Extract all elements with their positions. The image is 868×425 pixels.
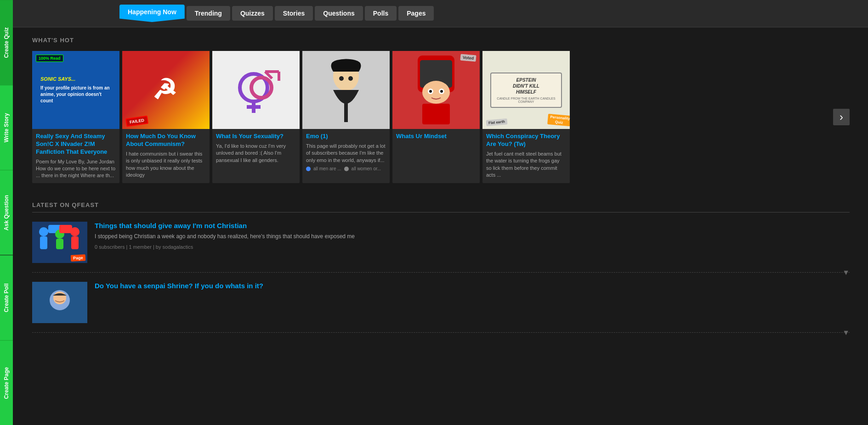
card-title-sonic[interactable]: Really Sexy And Steamy Son!C X INvader Z… (36, 133, 116, 156)
card-desc-sonic: Poem for My Love By, June Jordan How do … (36, 158, 116, 179)
sidebar-btn-create-quiz[interactable]: Create Quiz (0, 0, 13, 85)
svg-rect-19 (422, 104, 450, 124)
poll-dot-gray (344, 167, 349, 171)
failed-badge: FAILED (125, 116, 148, 127)
card-conspiracy[interactable]: EPSTEINDIDN'T KILLHIMSELF CANDLE FROM TH… (482, 51, 570, 183)
card-title-emo[interactable]: Emo (1) (306, 133, 386, 140)
communism-icon: ☭ (148, 72, 184, 108)
card-body-emo: Emo (1) This page will probably not get … (302, 129, 390, 175)
card-img-conspiracy: EPSTEINDIDN'T KILLHIMSELF CANDLE FROM TH… (482, 51, 570, 129)
epstein-text: EPSTEINDIDN'T KILLHIMSELF (495, 77, 558, 95)
tab-pages[interactable]: Pages (398, 6, 434, 21)
top-nav: Happening Now Trending Quizzes Stories Q… (0, 0, 868, 28)
card-img-emo (302, 51, 390, 129)
svg-point-17 (429, 90, 432, 93)
poll-dot-blue (306, 167, 311, 171)
tab-stories[interactable]: Stories (275, 6, 313, 21)
card-title-conspiracy[interactable]: Which Conspiracy Theory Are You? (Tw) (486, 133, 566, 148)
latest-section: LATEST ON QFEAST (32, 201, 850, 333)
carousel-wrapper: SONIC SAYS... If your profile picture is… (32, 51, 850, 183)
card-title-mindset[interactable]: Whats Ur Mindset (396, 133, 476, 140)
poll-label-women: all women or... (352, 166, 381, 171)
latest-thumb-senpai (32, 282, 87, 323)
sonic-text: SONIC SAYS... If your profile picture is… (37, 72, 115, 107)
personality-badge: Personality Quiz (547, 114, 570, 126)
southpark-char (408, 56, 464, 124)
svg-point-9 (339, 76, 344, 81)
scroll-indicator-2: ▼ (842, 329, 850, 337)
sidebar-btn-ask-question[interactable]: Ask Question (0, 170, 13, 255)
latest-item-senpai: Do You have a senpai Shrine? If you do w… (32, 282, 850, 333)
card-sonic[interactable]: SONIC SAYS... If your profile picture is… (32, 51, 119, 183)
card-img-sexuality (212, 51, 300, 129)
card-emo[interactable]: Emo (1) This page will probably not get … (302, 51, 390, 183)
senpai-svg (34, 284, 85, 321)
tab-polls[interactable]: Polls (365, 6, 397, 21)
card-img-communism: ☭ FAILED (122, 51, 210, 129)
read-badge: 100% Read (36, 55, 63, 62)
card-communism[interactable]: ☭ FAILED How Much Do You Know About Comm… (122, 51, 210, 183)
card-desc-emo: This page will probably not get a lot of… (306, 143, 386, 164)
tab-questions[interactable]: Questions (315, 6, 363, 21)
svg-rect-27 (71, 236, 79, 249)
latest-title: LATEST ON QFEAST (32, 201, 850, 212)
svg-point-10 (348, 76, 353, 81)
card-body-conspiracy: Which Conspiracy Theory Are You? (Tw) Je… (482, 129, 570, 182)
svg-point-14 (422, 81, 450, 104)
card-img-sonic: SONIC SAYS... If your profile picture is… (32, 51, 119, 129)
whats-hot-title: WHAT'S HOT (32, 37, 850, 44)
card-body-sonic: Really Sexy And Steamy Son!C X INvader Z… (32, 129, 119, 183)
carousel-next-btn[interactable]: › (833, 109, 850, 125)
poll-label-men: all men are ... (313, 166, 341, 171)
main-content: WHAT'S HOT SONIC SAYS... If your profile… (14, 28, 868, 351)
latest-item-title-christian[interactable]: Things that should give away I'm not Chr… (95, 222, 850, 229)
latest-item-desc-christian: I stopped being Christian a week ago and… (95, 232, 850, 240)
epstein-jar: EPSTEINDIDN'T KILLHIMSELF CANDLE FROM TH… (490, 73, 562, 108)
poll-row: all men are ... all women or... (306, 166, 386, 171)
latest-badge-page: Page (71, 254, 85, 262)
card-desc-sexuality: Ya, I'd like to know cuz I'm very unlove… (216, 143, 296, 164)
svg-point-18 (440, 90, 443, 93)
sidebar-btn-write-story[interactable]: Write Story (0, 85, 13, 170)
card-title-communism[interactable]: How Much Do You Know About Communism? (126, 133, 206, 148)
latest-item-christian: Page Things that should give away I'm no… (32, 222, 850, 273)
card-body-mindset: Whats Ur Mindset (392, 129, 480, 146)
emo-drawing (323, 58, 369, 122)
card-title-sexuality[interactable]: What Is Your Sexuality? (216, 133, 296, 140)
card-body-communism: How Much Do You Know About Communism? I … (122, 129, 210, 182)
carousel: SONIC SAYS... If your profile picture is… (32, 51, 829, 183)
tab-happening-now[interactable]: Happening Now (119, 5, 185, 22)
card-desc-conspiracy: Jet fuel cant melt steel beams but the w… (486, 151, 566, 179)
sidebar-btn-create-page[interactable]: Create Page (0, 340, 13, 425)
sidebar-btn-create-poll[interactable]: Create Poll (0, 255, 13, 340)
latest-content-senpai: Do You have a senpai Shrine? If you do w… (95, 282, 850, 323)
latest-thumb-christian: Page (32, 222, 87, 263)
card-img-mindset: Voted (392, 51, 480, 129)
card-body-sexuality: What Is Your Sexuality? Ya, I'd like to … (212, 129, 300, 168)
svg-rect-25 (56, 239, 63, 249)
scroll-indicator-1: ▼ (842, 268, 850, 277)
latest-item-title-senpai[interactable]: Do You have a senpai Shrine? If you do w… (95, 282, 850, 290)
svg-rect-21 (40, 236, 47, 249)
latest-thumb-bg-senpai (32, 282, 87, 323)
card-sexuality[interactable]: What Is Your Sexuality? Ya, I'd like to … (212, 51, 300, 183)
tab-trending[interactable]: Trending (187, 6, 230, 21)
flat-badge: Flat earth (486, 118, 508, 126)
svg-rect-28 (59, 225, 72, 233)
people-chat-svg (34, 223, 85, 259)
latest-meta-christian: 0 subscribers | 1 member | by sodagalact… (95, 244, 850, 250)
gender-symbol (228, 62, 284, 117)
card-mindset[interactable]: Voted Whats Ur Mindset (392, 51, 480, 183)
latest-content-christian: Things that should give away I'm not Chr… (95, 222, 850, 263)
voted-badge: Voted (460, 54, 476, 62)
svg-text:☭: ☭ (152, 74, 177, 105)
epstein-subtext: CANDLE FROM THE EARTH CANDLES COMPANY (495, 97, 558, 103)
tab-quizzes[interactable]: Quizzes (232, 6, 273, 21)
card-desc-communism: I hate communism but i swear this is onl… (126, 151, 206, 179)
sidebar: Create Quiz Write Story Ask Question Cre… (0, 0, 13, 425)
